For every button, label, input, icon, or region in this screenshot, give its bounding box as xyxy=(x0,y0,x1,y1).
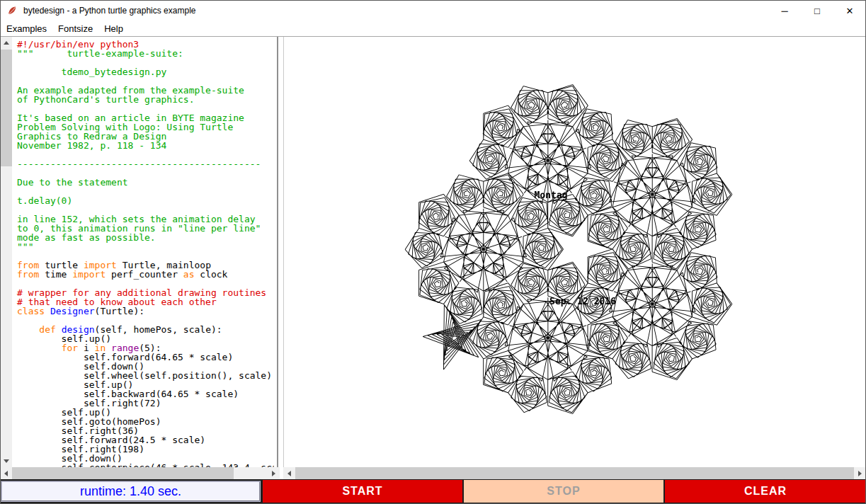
scroll-down-button[interactable] xyxy=(0,455,12,467)
code-hscrollbar-thumb[interactable] xyxy=(12,467,234,479)
code-line: """ turtle-example-suite: xyxy=(17,49,274,58)
canvas-horizontal-scrollbar[interactable] xyxy=(283,467,866,479)
clear-button[interactable]: CLEAR xyxy=(665,480,866,503)
code-scroll-right-button[interactable] xyxy=(268,467,280,479)
scroll-left-icon xyxy=(4,471,8,476)
start-button-label: START xyxy=(342,485,382,498)
minimize-icon: ─ xyxy=(781,6,787,16)
code-line: mode as fast as possible. xyxy=(17,233,274,242)
code-line: tdemo_bytedesign.py xyxy=(17,67,274,76)
minimize-button[interactable]: ─ xyxy=(768,0,801,21)
stop-button-label: STOP xyxy=(547,485,580,498)
turtle-canvas xyxy=(284,37,866,467)
pane-sash[interactable] xyxy=(274,37,283,467)
window-controls: ─ □ ✕ xyxy=(768,0,866,21)
code-line: class Designer(Turtle): xyxy=(17,307,274,316)
scroll-left-icon xyxy=(287,471,291,476)
menu-examples[interactable]: Examples xyxy=(1,22,52,35)
code-line: of PythonCard's turtle graphics. xyxy=(17,95,274,104)
menu-fontsize[interactable]: Fontsize xyxy=(52,22,98,35)
clear-button-label: CLEAR xyxy=(744,485,787,498)
menu-bar: Examples Fontsize Help xyxy=(0,21,866,37)
scroll-right-icon xyxy=(858,471,862,476)
canvas-scroll-right-button[interactable] xyxy=(854,467,866,479)
code-horizontal-scrollbar[interactable] xyxy=(0,467,280,479)
turtle-canvas-area xyxy=(283,37,866,467)
scroll-down-icon xyxy=(4,459,9,463)
canvas-hscrollbar-thumb[interactable] xyxy=(295,467,854,479)
code-vscrollbar-thumb[interactable] xyxy=(0,50,12,166)
code-vertical-scrollbar[interactable] xyxy=(0,37,12,467)
close-button[interactable]: ✕ xyxy=(833,0,866,21)
code-line: t.delay(0) xyxy=(17,196,274,205)
code-line: Due to the statement xyxy=(17,178,274,187)
window-title: bytedesign - a Python turtle graphics ex… xyxy=(23,6,195,16)
code-line: ----------------------------------------… xyxy=(17,159,274,168)
title-bar: bytedesign - a Python turtle graphics ex… xyxy=(0,0,866,21)
scroll-up-icon xyxy=(4,41,9,45)
start-button[interactable]: START xyxy=(263,480,462,503)
menu-help[interactable]: Help xyxy=(98,22,129,35)
scroll-up-button[interactable] xyxy=(0,37,12,49)
runtime-status-label: runtime: 1.40 sec. xyxy=(1,481,261,502)
app-icon xyxy=(6,5,18,16)
maximize-icon: □ xyxy=(814,6,820,16)
code-scroll-left-button[interactable] xyxy=(0,467,12,479)
pane-sash-line xyxy=(277,37,278,467)
maximize-button[interactable]: □ xyxy=(801,0,833,21)
close-icon: ✕ xyxy=(846,6,854,16)
turtledemo-window: bytedesign - a Python turtle graphics ex… xyxy=(0,0,866,504)
code-line: """ xyxy=(17,242,274,251)
canvas-scroll-left-button[interactable] xyxy=(283,467,295,479)
code-text[interactable]: #!/usr/bin/env python3""" turtle-example… xyxy=(12,37,274,467)
scroll-right-icon xyxy=(272,471,275,476)
stop-button[interactable]: STOP xyxy=(464,480,663,503)
code-line: November 1982, p. 118 - 134 xyxy=(17,141,274,150)
code-line: from time import perf_counter as clock xyxy=(17,270,274,279)
